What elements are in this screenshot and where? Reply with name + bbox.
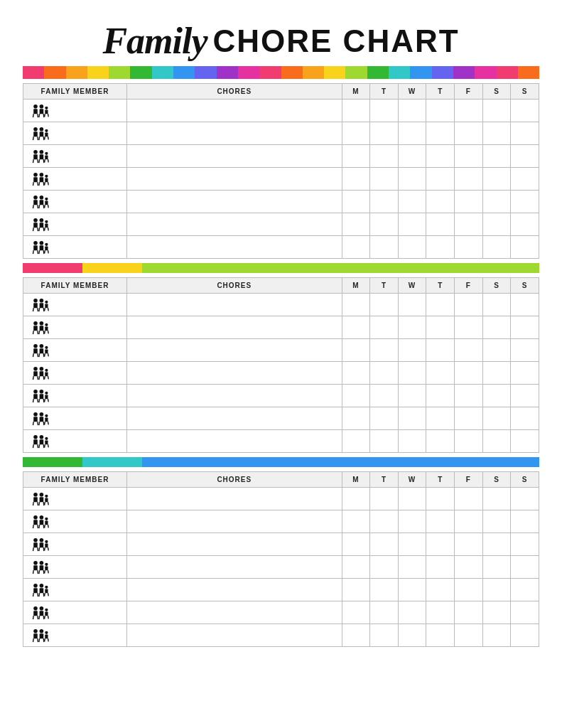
day-cell[interactable]	[511, 533, 539, 556]
day-cell[interactable]	[482, 430, 511, 453]
day-cell[interactable]	[426, 191, 455, 213]
day-cell[interactable]	[455, 362, 483, 385]
day-cell[interactable]	[398, 145, 426, 168]
day-cell[interactable]	[426, 339, 455, 362]
day-cell[interactable]	[426, 601, 455, 624]
day-cell[interactable]	[398, 556, 426, 579]
day-cell[interactable]	[511, 510, 539, 533]
day-cell[interactable]	[370, 316, 399, 339]
day-cell[interactable]	[455, 488, 483, 510]
day-cell[interactable]	[398, 533, 426, 556]
day-cell[interactable]	[426, 145, 455, 168]
day-cell[interactable]	[398, 362, 426, 385]
day-cell[interactable]	[370, 213, 399, 236]
day-cell[interactable]	[370, 385, 399, 407]
day-cell[interactable]	[455, 316, 483, 339]
day-cell[interactable]	[342, 316, 370, 339]
chores-cell[interactable]	[127, 213, 342, 236]
day-cell[interactable]	[398, 430, 426, 453]
day-cell[interactable]	[482, 168, 511, 191]
day-cell[interactable]	[426, 236, 455, 259]
day-cell[interactable]	[482, 601, 511, 624]
day-cell[interactable]	[342, 579, 370, 601]
day-cell[interactable]	[398, 385, 426, 407]
day-cell[interactable]	[342, 510, 370, 533]
day-cell[interactable]	[511, 362, 539, 385]
day-cell[interactable]	[426, 316, 455, 339]
day-cell[interactable]	[342, 236, 370, 259]
day-cell[interactable]	[398, 213, 426, 236]
day-cell[interactable]	[482, 316, 511, 339]
day-cell[interactable]	[511, 236, 539, 259]
day-cell[interactable]	[370, 236, 399, 259]
day-cell[interactable]	[426, 168, 455, 191]
day-cell[interactable]	[370, 488, 399, 510]
day-cell[interactable]	[455, 579, 483, 601]
chores-cell[interactable]	[127, 339, 342, 362]
day-cell[interactable]	[342, 556, 370, 579]
day-cell[interactable]	[398, 191, 426, 213]
day-cell[interactable]	[511, 407, 539, 430]
day-cell[interactable]	[342, 294, 370, 316]
day-cell[interactable]	[482, 488, 511, 510]
day-cell[interactable]	[511, 316, 539, 339]
day-cell[interactable]	[342, 362, 370, 385]
day-cell[interactable]	[482, 100, 511, 122]
day-cell[interactable]	[482, 339, 511, 362]
day-cell[interactable]	[342, 100, 370, 122]
day-cell[interactable]	[426, 488, 455, 510]
day-cell[interactable]	[426, 510, 455, 533]
day-cell[interactable]	[426, 213, 455, 236]
chores-cell[interactable]	[127, 191, 342, 213]
day-cell[interactable]	[511, 294, 539, 316]
day-cell[interactable]	[370, 362, 399, 385]
day-cell[interactable]	[455, 100, 483, 122]
chores-cell[interactable]	[127, 385, 342, 407]
day-cell[interactable]	[511, 100, 539, 122]
day-cell[interactable]	[426, 294, 455, 316]
day-cell[interactable]	[455, 510, 483, 533]
day-cell[interactable]	[426, 407, 455, 430]
chores-cell[interactable]	[127, 122, 342, 145]
day-cell[interactable]	[455, 385, 483, 407]
day-cell[interactable]	[482, 362, 511, 385]
day-cell[interactable]	[370, 624, 399, 647]
day-cell[interactable]	[370, 579, 399, 601]
day-cell[interactable]	[482, 556, 511, 579]
day-cell[interactable]	[370, 601, 399, 624]
chores-cell[interactable]	[127, 362, 342, 385]
day-cell[interactable]	[511, 488, 539, 510]
day-cell[interactable]	[482, 510, 511, 533]
day-cell[interactable]	[342, 213, 370, 236]
day-cell[interactable]	[511, 145, 539, 168]
day-cell[interactable]	[342, 407, 370, 430]
day-cell[interactable]	[455, 191, 483, 213]
day-cell[interactable]	[455, 294, 483, 316]
day-cell[interactable]	[455, 407, 483, 430]
chores-cell[interactable]	[127, 316, 342, 339]
chores-cell[interactable]	[127, 510, 342, 533]
day-cell[interactable]	[342, 601, 370, 624]
day-cell[interactable]	[511, 624, 539, 647]
day-cell[interactable]	[370, 533, 399, 556]
day-cell[interactable]	[511, 168, 539, 191]
day-cell[interactable]	[511, 385, 539, 407]
day-cell[interactable]	[482, 407, 511, 430]
day-cell[interactable]	[426, 624, 455, 647]
day-cell[interactable]	[342, 385, 370, 407]
day-cell[interactable]	[482, 579, 511, 601]
day-cell[interactable]	[482, 236, 511, 259]
day-cell[interactable]	[370, 339, 399, 362]
day-cell[interactable]	[342, 624, 370, 647]
chores-cell[interactable]	[127, 407, 342, 430]
day-cell[interactable]	[482, 294, 511, 316]
day-cell[interactable]	[426, 533, 455, 556]
day-cell[interactable]	[455, 624, 483, 647]
chores-cell[interactable]	[127, 430, 342, 453]
day-cell[interactable]	[398, 316, 426, 339]
day-cell[interactable]	[426, 579, 455, 601]
day-cell[interactable]	[455, 145, 483, 168]
day-cell[interactable]	[455, 556, 483, 579]
chores-cell[interactable]	[127, 556, 342, 579]
day-cell[interactable]	[370, 191, 399, 213]
